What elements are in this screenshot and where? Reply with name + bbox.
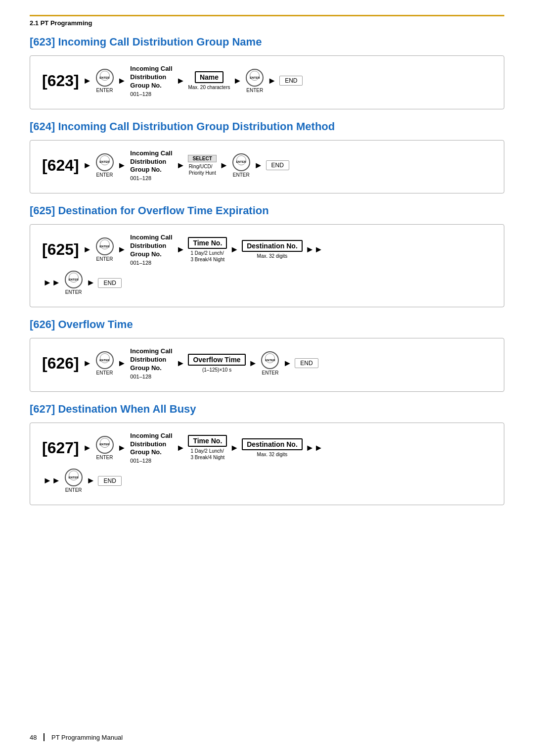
diagram-626: [626] ► ENTER ENTER ► Incoming CallDistr…: [30, 338, 504, 392]
group-624: Incoming CallDistributionGroup No. 001–1…: [130, 149, 172, 182]
footer-page-number: 48: [30, 734, 37, 741]
code-623-text: [623]: [42, 72, 79, 90]
select-624: SELECT Ring/UCD/Priority Hunt: [188, 155, 216, 176]
enter-btn-626-1[interactable]: ENTER ENTER: [96, 351, 114, 376]
enter-btn-625-2[interactable]: ENTER ENTER: [65, 271, 83, 295]
arrow-624-4: ►: [220, 160, 228, 171]
enter-btn-623-1[interactable]: ENTER ENTER: [96, 69, 114, 93]
end-box-623: END: [279, 76, 303, 86]
section-624-title: [624] Incoming Call Distribution Group D…: [30, 120, 504, 133]
name-box-623: Name Max. 20 characters: [188, 71, 230, 91]
timeno-627: Time No. 1 Day/2 Lunch/3 Break/4 Night: [188, 435, 227, 461]
arrow-627-3: ►: [177, 443, 185, 453]
section-label: 2.1 PT Programming: [30, 19, 504, 27]
arrow-625-1: ►: [83, 244, 92, 255]
arrow-624-1: ►: [83, 160, 92, 171]
arrow-625-5: ►: [87, 278, 95, 288]
end-box-625: END: [98, 278, 121, 288]
group-627: Incoming CallDistributionGroup No. 001–1…: [130, 432, 172, 464]
arrow-626-3: ►: [177, 358, 185, 369]
enter-circle-624-1: ENTER: [96, 153, 114, 171]
diagram-623: [623] ► ENTER ENTER ► Incoming CallDistr…: [30, 55, 504, 109]
group-623: Incoming CallDistributionGroup No. 001–1…: [130, 65, 172, 97]
group-625: Incoming CallDistributionGroup No. 001–1…: [130, 234, 172, 266]
arrow-624-5: ►: [254, 160, 263, 171]
top-bar: [30, 15, 504, 16]
diagram-625-row2: ►► ENTER ENTER ► END: [41, 271, 493, 295]
arrow-627-1: ►: [83, 443, 92, 453]
arrow-4: ►: [233, 76, 242, 86]
code-624: [624]: [42, 156, 80, 175]
arrow-624-3: ►: [177, 160, 185, 171]
arrow-626-1: ►: [83, 358, 92, 369]
end-box-624: END: [266, 160, 289, 170]
enter-btn-625-1[interactable]: ENTER ENTER: [96, 237, 114, 262]
diagram-625-row1: [625] ► ENTER ENTER ► Incoming CallDistr…: [41, 234, 493, 266]
double-arrow-627-2: ►►: [43, 475, 61, 486]
arrow-5: ►: [267, 76, 276, 86]
diagram-627-row1: [627] ► ENTER ENTER ► Incoming CallDistr…: [41, 432, 493, 464]
double-arrow-625-2: ►►: [43, 278, 61, 288]
arrow-626-2: ►: [118, 358, 127, 369]
arrow-3: ►: [177, 76, 185, 86]
code-623: [623]: [42, 72, 80, 90]
arrow-627-5: ►: [87, 475, 95, 486]
destno-625: Destination No. Max. 32 digits: [242, 240, 303, 259]
code-626: [626]: [42, 354, 80, 373]
enter-circle-625-1: ENTER: [96, 237, 114, 255]
enter-btn-623-2[interactable]: ENTER ENTER: [246, 69, 264, 93]
section-627-title: [627] Destination When All Busy: [30, 403, 504, 416]
section-623-title: [623] Incoming Call Distribution Group N…: [30, 36, 504, 48]
destno-627: Destination No. Max. 32 digits: [242, 438, 303, 458]
code-625: [625]: [42, 240, 80, 259]
end-box-626: END: [295, 358, 318, 368]
enter-circle-624-2: ENTER: [232, 153, 250, 171]
arrow-2: ►: [118, 76, 127, 86]
arrow-625-2: ►: [118, 244, 127, 255]
arrow-625-4: ►: [230, 244, 239, 255]
enter-circle-623-2: ENTER: [246, 69, 264, 87]
double-arrow-625-1: ►►: [306, 244, 323, 255]
group-626: Incoming CallDistributionGroup No. 001–1…: [130, 347, 172, 379]
overflow-time-626: Overflow Time (1–125)×10 s: [188, 354, 245, 373]
footer-text: PT Programming Manual: [51, 734, 123, 741]
arrow-627-4: ►: [230, 443, 239, 453]
arrow-627-2: ►: [118, 443, 127, 453]
arrow-626-5: ►: [283, 358, 292, 369]
section-626-title: [626] Overflow Time: [30, 318, 504, 331]
enter-circle-627-1: ENTER: [96, 436, 114, 454]
enter-circle-623-1: ENTER: [96, 69, 114, 87]
section-625-title: [625] Destination for Overflow Time Expi…: [30, 204, 504, 217]
diagram-626-row: [626] ► ENTER ENTER ► Incoming CallDistr…: [41, 347, 493, 379]
enter-circle-625-2: ENTER: [65, 271, 83, 288]
arrow-624-2: ►: [118, 160, 127, 171]
code-627: [627]: [42, 439, 80, 457]
code-624-text: [624]: [42, 156, 79, 175]
enter-circle-627-2: ENTER: [65, 469, 83, 486]
arrow-1: ►: [83, 76, 92, 86]
footer-divider: [44, 733, 44, 741]
diagram-627-row2: ►► ENTER ENTER ► END: [41, 469, 493, 493]
enter-btn-627-2[interactable]: ENTER ENTER: [65, 469, 83, 493]
diagram-625: [625] ► ENTER ENTER ► Incoming CallDistr…: [30, 224, 504, 307]
diagram-624: [624] ► ENTER ENTER ► Incoming CallDistr…: [30, 140, 504, 194]
enter-circle-626-2: ENTER: [261, 351, 279, 369]
enter-btn-626-2[interactable]: ENTER ENTER: [261, 351, 279, 376]
enter-btn-627-1[interactable]: ENTER ENTER: [96, 436, 114, 460]
arrow-625-3: ►: [177, 244, 185, 255]
timeno-625: Time No. 1 Day/2 Lunch/3 Break/4 Night: [188, 237, 227, 263]
double-arrow-627-1: ►►: [306, 443, 323, 453]
enter-btn-624-1[interactable]: ENTER ENTER: [96, 153, 114, 178]
diagram-627: [627] ► ENTER ENTER ► Incoming CallDistr…: [30, 423, 504, 506]
enter-circle-626-1: ENTER: [96, 351, 114, 369]
diagram-624-row: [624] ► ENTER ENTER ► Incoming CallDistr…: [41, 149, 493, 182]
page-footer: 48 PT Programming Manual: [30, 733, 504, 741]
enter-btn-624-2[interactable]: ENTER ENTER: [232, 153, 250, 178]
page: 2.1 PT Programming [623] Incoming Call D…: [0, 0, 534, 756]
arrow-626-4: ►: [249, 358, 258, 369]
diagram-623-row: [623] ► ENTER ENTER ► Incoming CallDistr…: [41, 65, 493, 97]
end-box-627: END: [98, 476, 121, 486]
